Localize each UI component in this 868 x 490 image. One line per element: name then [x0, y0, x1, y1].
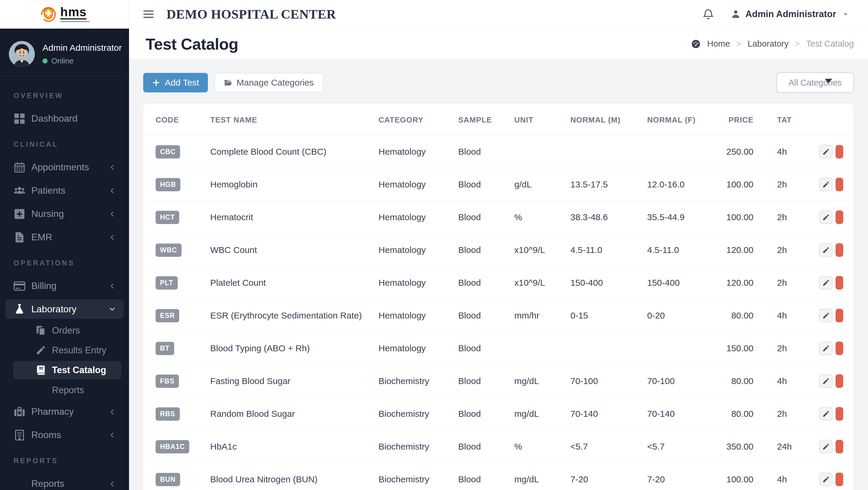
cell-actions	[815, 234, 854, 267]
edit-button[interactable]	[819, 374, 833, 388]
sidebar-item-laboratory[interactable]: Laboratory	[5, 299, 124, 319]
cell-price: 80.00	[715, 398, 753, 430]
cell-code: CBC	[143, 135, 210, 168]
logo-area[interactable]: hms	[0, 0, 129, 29]
hospital-name: DEMO HOSPITAL CENTER	[166, 7, 336, 22]
hospital-icon	[13, 429, 31, 441]
cell-name: Random Blood Sugar	[210, 398, 378, 430]
add-test-button[interactable]: Add Test	[143, 73, 208, 92]
topbar: DEMO HOSPITAL CENTER Admin Administrator	[129, 0, 868, 29]
edit-button[interactable]	[819, 145, 833, 158]
sidebar-user-block: Admin Administrator Online	[0, 29, 129, 80]
sidebar-item-billing[interactable]: Billing	[0, 274, 129, 298]
cell-code: BUN	[143, 463, 210, 490]
sidebar-item-patients[interactable]: Patients	[0, 179, 129, 202]
test-code-badge: BUN	[156, 473, 180, 486]
cell-category: Hematology	[378, 299, 458, 332]
cell-sample: Blood	[458, 168, 514, 201]
delete-button[interactable]	[836, 407, 843, 421]
cell-normal_f: <5.7	[647, 430, 715, 463]
row-actions	[815, 309, 854, 322]
column-header-sample: SAMPLE	[458, 103, 514, 135]
edit-button[interactable]	[819, 309, 833, 322]
delete-button[interactable]	[836, 472, 843, 486]
manage-categories-button[interactable]: Manage Categories	[214, 73, 323, 92]
test-code-badge: CBC	[156, 145, 180, 158]
edit-button[interactable]	[819, 178, 833, 191]
cell-unit: mg/dL	[514, 463, 570, 490]
select-caret-icon	[825, 79, 832, 83]
row-actions	[815, 276, 854, 289]
sidebar-item-label: Billing	[31, 280, 56, 292]
cell-normal_m: 70-140	[570, 398, 647, 430]
cell-actions	[815, 135, 854, 168]
cell-normal_m: 13.5-17.5	[570, 168, 647, 201]
cell-actions	[815, 398, 854, 430]
cell-normal_m: 4.5-11.0	[570, 234, 647, 267]
person-icon	[731, 9, 741, 19]
delete-button[interactable]	[836, 178, 843, 191]
cell-price: 100.00	[715, 463, 753, 490]
nav-section-label: OPERATIONS	[0, 259, 129, 267]
cell-normal_f	[647, 135, 715, 168]
category-filter-select[interactable]: All Categories	[776, 72, 854, 93]
delete-button[interactable]	[836, 440, 843, 453]
breadcrumb-laboratory[interactable]: Laboratory	[748, 39, 788, 49]
delete-button[interactable]	[836, 211, 843, 224]
delete-button[interactable]	[836, 243, 843, 257]
edit-button[interactable]	[819, 472, 833, 486]
cell-normal_f: 70-100	[647, 365, 715, 398]
cell-price: 250.00	[715, 135, 753, 168]
table-row: ESRESR (Erythrocyte Sedimentation Rate)H…	[143, 299, 854, 332]
user-menu[interactable]: Admin Administrator	[731, 9, 850, 20]
sidebar-item-pharmacy[interactable]: Pharmacy	[0, 400, 129, 423]
sidebar-item-emr[interactable]: EMR	[0, 225, 129, 249]
sidebar-user-status: Online	[42, 56, 122, 65]
cell-code: FBS	[143, 365, 210, 398]
sidebar-item-dashboard[interactable]: Dashboard	[0, 107, 129, 130]
delete-button[interactable]	[836, 341, 843, 355]
sidebar-item-reports[interactable]: Reports	[0, 472, 129, 490]
page-title: Test Catalog	[146, 35, 238, 53]
cell-category: Biochemistry	[378, 365, 458, 398]
sidebar-item-rooms[interactable]: Rooms	[0, 423, 129, 447]
breadcrumb-home[interactable]: Home	[707, 39, 730, 49]
delete-button[interactable]	[836, 309, 843, 322]
delete-button[interactable]	[836, 276, 843, 289]
cell-category: Biochemistry	[378, 463, 458, 490]
edit-button[interactable]	[819, 243, 833, 257]
sidebar-subitem-results-entry[interactable]: Results Entry	[0, 340, 129, 360]
topbar-user-name: Admin Administrator	[745, 9, 836, 20]
notifications-bell-icon[interactable]	[702, 8, 714, 20]
medkit-icon	[13, 406, 31, 418]
cell-tat: 4h	[753, 365, 815, 398]
delete-button[interactable]	[836, 374, 843, 388]
sidebar-item-nursing[interactable]: Nursing	[0, 202, 129, 225]
column-header-unit: UNIT	[514, 103, 570, 135]
cell-price: 80.00	[715, 299, 753, 332]
file-icon	[13, 232, 31, 243]
billing-icon	[13, 280, 31, 292]
table-row: HBA1CHbA1cBiochemistryBlood%<5.7<5.7350.…	[143, 430, 854, 463]
table-row: BUNBlood Urea Nitrogen (BUN)Biochemistry…	[143, 463, 854, 490]
cell-name: Complete Blood Count (CBC)	[210, 135, 378, 168]
delete-button[interactable]	[836, 145, 843, 158]
hamburger-icon[interactable]	[142, 8, 155, 20]
sidebar-subitem-orders[interactable]: Orders	[0, 320, 129, 340]
edit-button[interactable]	[819, 407, 833, 421]
sidebar-subitem-test-catalog[interactable]: Test Catalog	[13, 361, 121, 379]
edit-button[interactable]	[819, 440, 833, 453]
sidebar-subitem-reports[interactable]: Reports	[0, 380, 129, 400]
table-body: CBCComplete Blood Count (CBC)HematologyB…	[143, 135, 854, 490]
edit-button[interactable]	[819, 276, 833, 289]
row-actions	[815, 243, 854, 257]
edit-button[interactable]	[819, 211, 833, 224]
test-code-badge: RBS	[156, 407, 180, 421]
cell-name: Blood Urea Nitrogen (BUN)	[210, 463, 378, 490]
edit-button[interactable]	[819, 341, 833, 355]
sidebar-subitem-label: Test Catalog	[52, 365, 106, 375]
sidebar-item-appointments[interactable]: Appointments	[0, 156, 129, 179]
cell-category: Hematology	[378, 234, 458, 267]
row-actions	[815, 440, 854, 453]
cell-actions	[815, 463, 854, 490]
